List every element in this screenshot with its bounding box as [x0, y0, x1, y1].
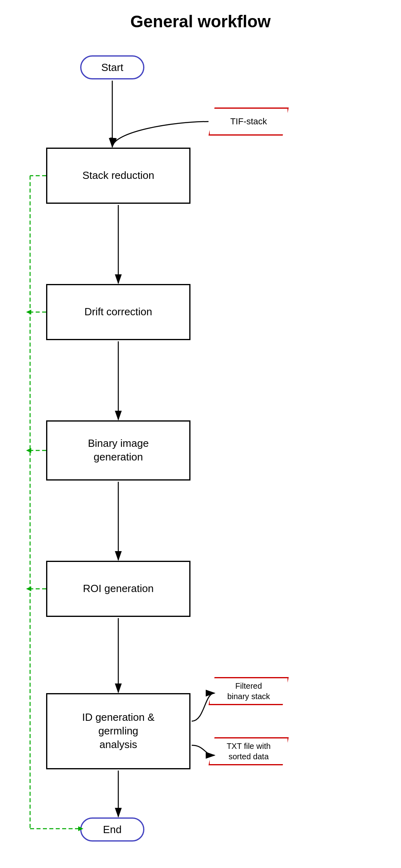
id-generation-label: ID generation & germling analysis — [82, 711, 155, 751]
end-node: End — [80, 817, 144, 842]
start-label: Start — [101, 61, 124, 74]
binary-image-label: Binary image generation — [88, 437, 149, 464]
tif-stack-node: TIF-stack — [209, 107, 289, 136]
binary-image-box: Binary image generation — [46, 420, 190, 481]
tif-stack-label: TIF-stack — [230, 116, 267, 128]
svg-marker-14 — [26, 586, 31, 591]
svg-marker-10 — [26, 310, 31, 314]
txt-file-label: TXT file with sorted data — [227, 741, 271, 762]
drift-correction-box: Drift correction — [46, 284, 190, 340]
svg-marker-12 — [26, 448, 31, 453]
id-generation-box: ID generation & germling analysis — [46, 693, 190, 769]
end-label: End — [103, 823, 122, 836]
roi-generation-label: ROI generation — [83, 582, 154, 596]
roi-generation-box: ROI generation — [46, 561, 190, 617]
txt-file-node: TXT file with sorted data — [209, 737, 289, 765]
start-node: Start — [80, 55, 144, 79]
filtered-binary-node: Filtered binary stack — [209, 677, 289, 705]
stack-reduction-label: Stack reduction — [82, 169, 154, 183]
filtered-binary-label: Filtered binary stack — [227, 681, 270, 702]
page-title: General workflow — [0, 0, 401, 39]
stack-reduction-box: Stack reduction — [46, 148, 190, 204]
drift-correction-label: Drift correction — [84, 305, 152, 319]
